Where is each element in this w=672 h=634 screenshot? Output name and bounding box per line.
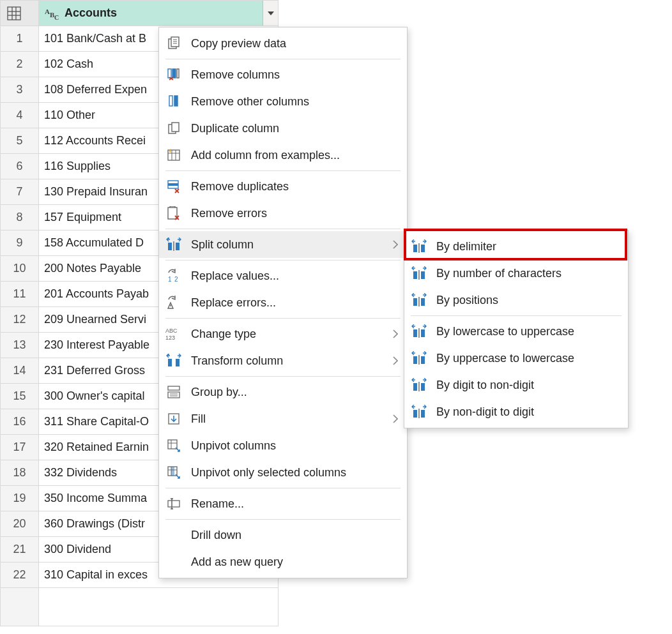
row-number[interactable]: 8 [1,205,39,230]
row-number[interactable]: 18 [1,460,39,486]
row-number-empty [1,588,39,626]
submenu-upper-to-lower[interactable]: By uppercase to lowercase [404,345,628,372]
svg-text:A: A [45,8,50,15]
row-number[interactable]: 14 [1,358,39,384]
submenu-lower-to-upper[interactable]: By lowercase to uppercase [404,318,628,345]
row-number[interactable]: 16 [1,409,39,435]
svg-rect-13 [168,69,171,78]
table-corner[interactable] [1,1,39,26]
menu-replace-errors[interactable]: Replace errors... [159,289,407,316]
menu-label: By lowercase to uppercase [436,325,619,338]
split-icon [411,350,427,366]
row-number[interactable]: 4 [1,103,39,128]
menu-label: Remove errors [191,207,398,220]
svg-rect-60 [421,298,425,306]
menu-rename[interactable]: Rename... [159,490,407,517]
svg-rect-37 [168,386,179,390]
row-number[interactable]: 19 [1,486,39,511]
svg-text:ABC: ABC [165,328,178,334]
context-menu: Copy preview data Remove columns Remove … [158,27,408,578]
menu-label: Replace values... [191,269,398,283]
blank-icon [165,527,182,543]
menu-label: Remove columns [191,68,398,82]
svg-rect-69 [421,383,425,391]
split-icon [411,265,427,282]
menu-fill[interactable]: Fill [159,405,407,432]
menu-add-as-new-query[interactable]: Add as new query [159,548,407,575]
row-number[interactable]: 3 [1,77,39,103]
menu-remove-other-columns[interactable]: Remove other columns [159,88,407,115]
rename-icon [165,495,182,512]
row-number[interactable]: 13 [1,333,39,358]
menu-label: Add as new query [191,555,398,569]
menu-replace-values[interactable]: 12 Replace values... [159,262,407,289]
row-number[interactable]: 15 [1,384,39,409]
menu-transform-column[interactable]: Transform column [159,347,407,374]
row-number[interactable]: 2 [1,52,39,77]
svg-rect-19 [172,123,179,132]
menu-add-column-examples[interactable]: Add column from examples... [159,142,407,169]
svg-rect-54 [421,245,425,252]
text-type-icon: A B C [44,5,61,22]
row-number[interactable]: 22 [1,562,39,588]
svg-rect-59 [413,298,417,306]
submenu-by-num-chars[interactable]: By number of characters [404,260,628,287]
menu-change-type[interactable]: ABC123 Change type [159,321,407,347]
svg-rect-14 [172,69,176,78]
submenu-nondigit-to-digit[interactable]: By non-digit to digit [404,398,628,425]
chevron-down-icon [268,11,274,15]
row-number[interactable]: 17 [1,435,39,460]
row-number[interactable]: 7 [1,179,39,205]
menu-label: By positions [436,294,619,307]
menu-remove-errors[interactable]: Remove errors [159,200,407,227]
svg-rect-26 [168,208,177,219]
row-number[interactable]: 6 [1,154,39,179]
submenu-by-positions[interactable]: By positions [404,287,628,313]
menu-remove-columns[interactable]: Remove columns [159,61,407,88]
menu-unpivot-columns[interactable]: Unpivot columns [159,432,407,459]
menu-drill-down[interactable]: Drill down [159,522,407,548]
menu-label: Fill [191,412,384,426]
svg-rect-25 [168,183,178,186]
row-number[interactable]: 10 [1,256,39,282]
menu-separator [165,318,401,319]
row-number[interactable]: 1 [1,26,39,52]
submenu-by-delimiter[interactable]: By delimiter [404,233,628,260]
svg-rect-36 [176,359,179,366]
svg-text:123: 123 [165,335,175,341]
chevron-right-icon [393,356,398,365]
menu-duplicate-column[interactable]: Duplicate column [159,115,407,142]
svg-rect-72 [421,410,425,418]
row-number[interactable]: 12 [1,307,39,333]
row-number[interactable]: 21 [1,537,39,562]
column-dropdown-button[interactable] [263,1,278,26]
menu-label: Remove other columns [191,95,398,109]
fill-icon [165,411,182,427]
unpivot-selected-icon [165,464,182,481]
replace-errors-icon [165,294,182,311]
svg-rect-16 [169,96,172,106]
row-number[interactable]: 11 [1,282,39,307]
row-number[interactable]: 9 [1,230,39,256]
unpivot-icon [165,437,182,454]
menu-split-column[interactable]: Split column [159,231,407,258]
menu-separator [165,59,401,59]
menu-label: Split column [191,238,384,252]
split-icon [411,292,427,308]
column-header-accounts[interactable]: A B C Accounts [39,1,279,26]
split-column-icon [165,236,182,253]
menu-label: Replace errors... [191,296,398,310]
menu-label: Change type [191,328,384,341]
column-header-label: Accounts [65,6,117,20]
menu-label: Add column from examples... [191,149,398,162]
svg-rect-53 [413,245,417,252]
menu-remove-duplicates[interactable]: Remove duplicates [159,173,407,200]
menu-unpivot-selected[interactable]: Unpivot only selected columns [159,459,407,486]
svg-rect-62 [413,329,417,337]
submenu-digit-to-nondigit[interactable]: By digit to non-digit [404,372,628,398]
row-number[interactable]: 5 [1,128,39,154]
remove-duplicates-icon [165,178,182,195]
row-number[interactable]: 20 [1,511,39,537]
menu-copy-preview[interactable]: Copy preview data [159,30,407,57]
menu-group-by[interactable]: Group by... [159,379,407,405]
